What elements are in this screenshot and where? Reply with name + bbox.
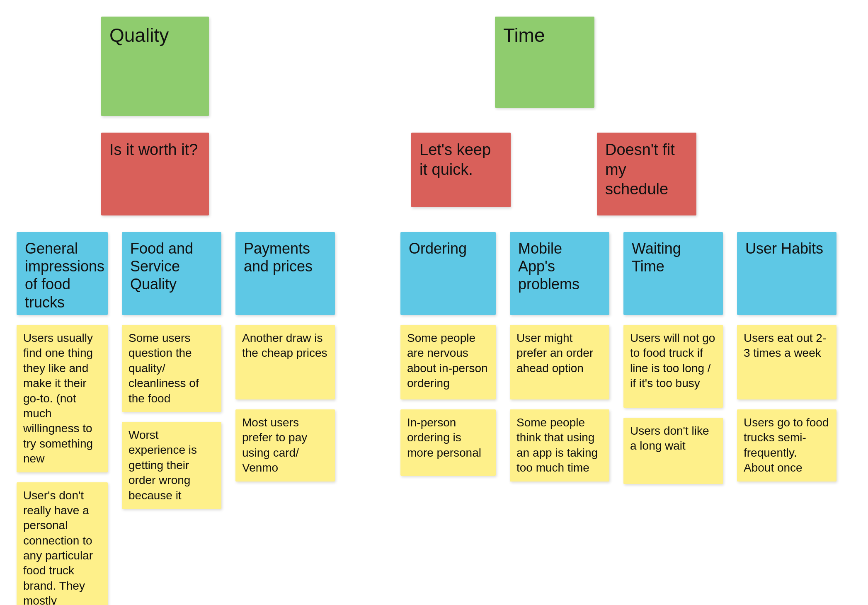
note-food-1[interactable]: Some users question the quality/ cleanli… (122, 325, 221, 412)
category-quality-label: Quality (109, 24, 169, 47)
note-food-2-label: Worst experience is getting their order … (129, 428, 215, 503)
category-time[interactable]: Time (495, 17, 594, 108)
note-mobile-2-label: Some people think that using an app is t… (516, 415, 603, 476)
topic-food-service[interactable]: Food and Service Quality (122, 232, 221, 315)
note-mobile-1-label: User might prefer an order ahead option (516, 331, 603, 376)
note-payments-1-label: Another draw is the cheap prices (242, 331, 328, 361)
note-ordering-2-label: In-person ordering is more personal (407, 415, 489, 460)
subcategory-keep-quick-label: Let's keep it quick. (419, 140, 502, 179)
note-waiting-1[interactable]: Users will not go to food truck if line … (623, 325, 723, 408)
note-habits-1[interactable]: Users eat out 2-3 times a week (737, 325, 836, 399)
category-quality[interactable]: Quality (101, 17, 209, 116)
subcategory-worth-it[interactable]: Is it worth it? (101, 133, 209, 215)
subcategory-schedule[interactable]: Doesn't fit my schedule (597, 133, 696, 215)
note-general-2-label: User's don't really have a personal conn… (23, 488, 101, 605)
note-food-2[interactable]: Worst experience is getting their order … (122, 422, 221, 509)
topic-user-habits[interactable]: User Habits (737, 232, 836, 315)
note-payments-2-label: Most users prefer to pay using card/ Ven… (242, 415, 328, 476)
note-waiting-2-label: Users don't like a long wait (630, 424, 716, 454)
note-waiting-1-label: Users will not go to food truck if line … (630, 331, 716, 391)
category-time-label: Time (503, 24, 545, 47)
note-mobile-1[interactable]: User might prefer an order ahead option (510, 325, 609, 399)
note-mobile-2[interactable]: Some people think that using an app is t… (510, 409, 609, 482)
note-ordering-1[interactable]: Some people are nervous about in-person … (400, 325, 496, 399)
subcategory-worth-it-label: Is it worth it? (109, 140, 198, 160)
note-waiting-2[interactable]: Users don't like a long wait (623, 418, 723, 484)
note-payments-1[interactable]: Another draw is the cheap prices (235, 325, 335, 399)
topic-waiting-time[interactable]: Waiting Time (623, 232, 723, 315)
note-food-1-label: Some users question the quality/ cleanli… (129, 331, 215, 406)
note-habits-2[interactable]: Users go to food trucks semi-frequently.… (737, 409, 836, 482)
topic-payments-label: Payments and prices (244, 240, 327, 275)
topic-ordering[interactable]: Ordering (400, 232, 496, 315)
topic-mobile-app[interactable]: Mobile App's problems (510, 232, 609, 315)
affinity-board: Quality Time Is it worth it? Let's keep … (0, 0, 868, 605)
note-habits-1-label: Users eat out 2-3 times a week (744, 331, 830, 361)
subcategory-schedule-label: Doesn't fit my schedule (605, 140, 688, 199)
note-ordering-1-label: Some people are nervous about in-person … (407, 331, 489, 391)
note-habits-2-label: Users go to food trucks semi-frequently.… (744, 415, 830, 476)
note-general-1-label: Users usually find one thing they like a… (23, 331, 101, 467)
topic-user-habits-label: User Habits (745, 240, 823, 257)
note-general-1[interactable]: Users usually find one thing they like a… (17, 325, 108, 472)
topic-general[interactable]: General impressions of food trucks (17, 232, 108, 315)
topic-waiting-time-label: Waiting Time (632, 240, 715, 275)
topic-payments[interactable]: Payments and prices (235, 232, 335, 315)
subcategory-keep-quick[interactable]: Let's keep it quick. (411, 133, 511, 207)
topic-mobile-app-label: Mobile App's problems (518, 240, 601, 293)
note-general-2[interactable]: User's don't really have a personal conn… (17, 482, 108, 605)
note-ordering-2[interactable]: In-person ordering is more personal (400, 409, 496, 476)
note-payments-2[interactable]: Most users prefer to pay using card/ Ven… (235, 409, 335, 482)
topic-general-label: General impressions of food trucks (25, 240, 104, 311)
topic-food-service-label: Food and Service Quality (130, 240, 213, 293)
topic-ordering-label: Ordering (409, 240, 467, 257)
